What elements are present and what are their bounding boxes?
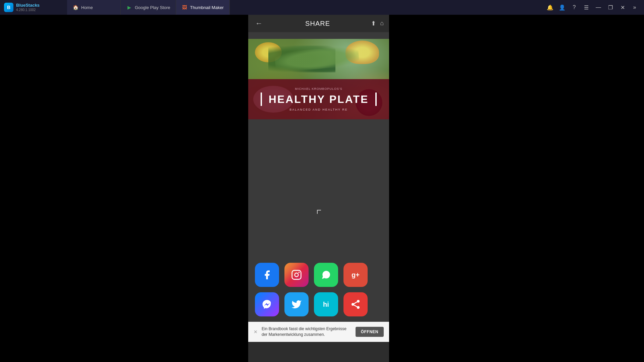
banner-top-subtitle: MICHAEL KROMBOPULOS'S xyxy=(295,87,342,90)
facebook-icon-btn[interactable] xyxy=(255,263,279,287)
titlebar-controls: 🔔 👤 ? ☰ — ❐ ✕ » xyxy=(541,2,644,13)
svg-rect-0 xyxy=(292,270,301,280)
banner-bottom-subtitle: BALANCED AND HEALTHY RE xyxy=(289,108,348,111)
app-header: ← SHARE ⬆ ⌂ xyxy=(248,15,389,32)
spacer-area xyxy=(248,119,389,160)
svg-line-6 xyxy=(354,305,357,307)
tab-playstore[interactable]: ▶ Google Play Store xyxy=(121,0,176,15)
expand-btn[interactable]: » xyxy=(629,2,640,13)
banner-overlay: MICHAEL KROMBOPULOS'S HEALTHY PLATE BALA… xyxy=(248,79,389,119)
bluestacks-logo: B BlueStacks 4.280.1.1002 xyxy=(0,3,67,12)
titlebar-tabs: 🏠 Home ▶ Google Play Store 🖼 Thumbnail M… xyxy=(67,0,541,15)
main-area: ← SHARE ⬆ ⌂ xyxy=(0,15,644,362)
help-btn[interactable]: ? xyxy=(569,2,580,13)
bluestacks-icon: B xyxy=(4,3,13,12)
tab-playstore-label: Google Play Store xyxy=(135,5,170,10)
back-button[interactable]: ← xyxy=(254,19,264,28)
preview-area: MICHAEL KROMBOPULOS'S HEALTHY PLATE BALA… xyxy=(248,32,389,119)
titlebar: B BlueStacks 4.280.1.1002 🏠 Home ▶ Googl… xyxy=(0,0,644,15)
home-tab-icon: 🏠 xyxy=(72,4,78,10)
social-icons-area: g+ hi xyxy=(248,263,389,322)
header-actions: ⬆ ⌂ xyxy=(371,20,384,27)
social-icons-row-2: hi xyxy=(255,292,382,316)
whatsapp-icon-btn[interactable] xyxy=(314,263,338,287)
home-action-icon[interactable]: ⌂ xyxy=(380,20,384,27)
svg-point-2 xyxy=(299,272,299,273)
ad-bar: ✕ Ein Brandbook fasst die wichtigsten Er… xyxy=(248,322,389,342)
share-title: SHARE xyxy=(305,20,330,27)
instagram-icon-btn[interactable] xyxy=(284,263,309,287)
minimize-btn[interactable]: — xyxy=(593,2,604,13)
menu-btn[interactable]: ☰ xyxy=(581,2,592,13)
tab-thumbnail[interactable]: 🖼 Thumbnail Maker xyxy=(176,0,230,15)
svg-point-1 xyxy=(295,273,299,277)
twitter-icon-btn[interactable] xyxy=(284,292,309,316)
hike-icon-btn[interactable]: hi xyxy=(314,292,338,316)
restore-btn[interactable]: ❐ xyxy=(605,2,616,13)
account-btn[interactable]: 👤 xyxy=(557,2,568,13)
notification-btn[interactable]: 🔔 xyxy=(545,2,555,13)
share-action-icon[interactable]: ⬆ xyxy=(371,20,376,27)
close-btn[interactable]: ✕ xyxy=(617,2,628,13)
messenger-icon-btn[interactable] xyxy=(255,292,279,316)
social-icons-row-1: g+ xyxy=(255,263,382,287)
svg-point-5 xyxy=(357,306,360,309)
app-viewport: ← SHARE ⬆ ⌂ xyxy=(248,15,389,362)
tab-home-label: Home xyxy=(81,5,93,10)
svg-point-4 xyxy=(352,303,354,306)
playstore-tab-icon: ▶ xyxy=(126,4,132,10)
tab-home[interactable]: 🏠 Home xyxy=(67,0,121,15)
tab-thumbnail-label: Thumbnail Maker xyxy=(190,5,224,10)
thumbnail-tab-icon: 🖼 xyxy=(181,4,187,10)
bluestacks-brand: BlueStacks 4.280.1.1002 xyxy=(16,3,40,11)
share-red-icon-btn[interactable] xyxy=(343,292,368,316)
ad-close-btn[interactable]: ✕ xyxy=(254,329,258,335)
svg-point-3 xyxy=(357,300,360,303)
brand-name: BlueStacks xyxy=(16,3,40,8)
banner-main-title: HEALTHY PLATE xyxy=(261,93,377,106)
svg-line-7 xyxy=(354,302,357,304)
ad-text: Ein Brandbook fasst die wichtigsten Erge… xyxy=(262,326,352,338)
app-content: MICHAEL KROMBOPULOS'S HEALTHY PLATE BALA… xyxy=(248,32,389,342)
brand-version: 4.280.1.1002 xyxy=(16,8,40,12)
thumbnail-preview: MICHAEL KROMBOPULOS'S HEALTHY PLATE BALA… xyxy=(248,39,389,119)
ad-open-button[interactable]: ÖFFNEN xyxy=(356,327,384,337)
googleplus-icon-btn[interactable]: g+ xyxy=(343,263,368,287)
